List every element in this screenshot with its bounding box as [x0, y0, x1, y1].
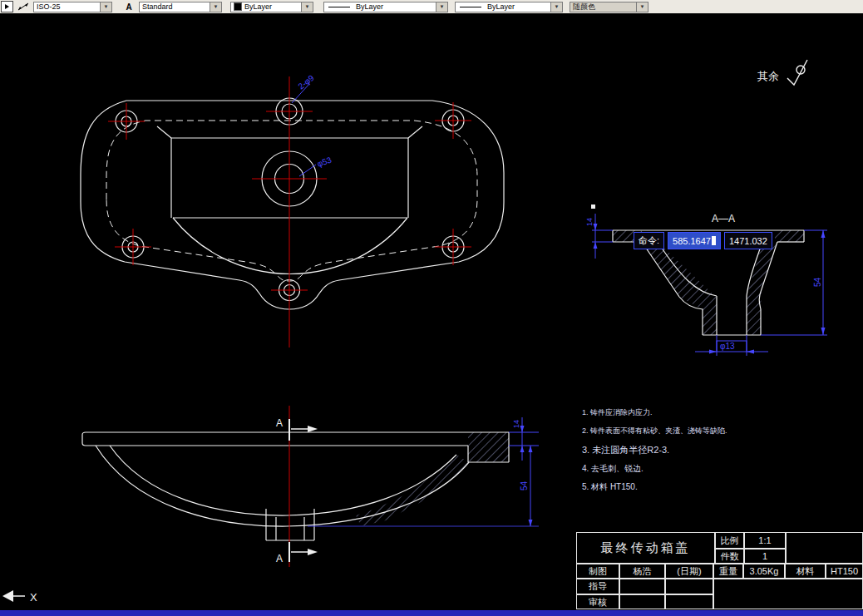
center-hole-dia-label: φ53: [316, 155, 333, 169]
checker-value-cell: [619, 594, 665, 609]
weight-label-cell: 重量: [713, 564, 743, 579]
note-line-2: 2. 铸件表面不得有粘砂、夹渣、浇铸等缺陷.: [582, 426, 727, 436]
title-block-empty-cell: [665, 594, 713, 609]
text-style-select[interactable]: Standard ▼: [139, 2, 222, 12]
aa-height-label: 54: [813, 277, 822, 287]
lineweight-value: ByLayer: [485, 2, 550, 11]
linetype-dropdown-arrow[interactable]: ▼: [436, 2, 447, 12]
dim-style-select[interactable]: ISO-25 ▼: [33, 2, 112, 12]
scale-label-cell: 比例: [715, 532, 744, 549]
title-block-empty-cell: [786, 532, 863, 564]
color-swatch-icon: [234, 2, 242, 11]
note-line-5: 5. 材料 HT150.: [582, 481, 638, 493]
text-style-dropdown-arrow[interactable]: ▼: [210, 2, 221, 12]
top-view-centerlines: [108, 76, 471, 347]
roughness-symbol-icon: [787, 60, 807, 85]
taskbar-edge: [0, 610, 863, 616]
dim-style-icon[interactable]: [15, 2, 32, 12]
coord-x-field[interactable]: 585.1647: [668, 232, 721, 249]
color-dropdown-arrow[interactable]: ▼: [301, 2, 313, 12]
qty-value-cell: 1: [744, 549, 786, 564]
properties-toolbar: ISO-25 ▼ A Standard ▼ ByLayer ▼ ByLayer …: [0, 0, 863, 14]
qty-label-cell: 件数: [715, 549, 744, 564]
grip-point[interactable]: [591, 205, 595, 209]
side-flange-thickness-label: 14: [512, 420, 520, 428]
note-line-4: 4. 去毛刺、锐边.: [582, 463, 644, 475]
dynamic-input-tooltip: 命令: 585.1647 1471.032: [634, 232, 772, 249]
text-cursor: [712, 236, 716, 245]
top-view-outline: [81, 98, 504, 309]
lineweight-sample-icon: [460, 7, 481, 7]
text-style-value: Standard: [140, 2, 210, 11]
scale-value-cell: 1:1: [744, 532, 786, 549]
color-select[interactable]: ByLayer ▼: [230, 2, 313, 12]
date-label-cell: (日期): [665, 564, 713, 579]
part-name-cell: 最终传动箱盖: [576, 532, 715, 564]
side-view-hatch: [356, 432, 509, 526]
color-value: ByLayer: [242, 2, 301, 11]
advisor-label-cell: 指导: [576, 579, 619, 594]
drawing-canvas[interactable]: 2-φ9 φ53 A—A: [0, 13, 863, 610]
surface-finish-annotation: 其余: [757, 60, 807, 85]
side-depth-label: 54: [520, 480, 529, 490]
top-view-dimensions: 2-φ9 φ53: [292, 73, 333, 176]
lineweight-dropdown-arrow[interactable]: ▼: [550, 2, 562, 12]
title-block-empty-cell: [713, 579, 863, 609]
dim-style-icon-graphic: [17, 2, 30, 12]
side-view-outline: [82, 432, 509, 540]
linetype-sample-icon: [328, 7, 350, 7]
coord-y-value: 1471.032: [729, 236, 767, 246]
plot-style-select[interactable]: 随颜色 ▼: [570, 2, 648, 12]
toolbar-flyout-button[interactable]: [1, 1, 13, 12]
linetype-select[interactable]: ByLayer ▼: [323, 2, 448, 12]
section-title-label: A—A: [712, 213, 735, 224]
ucs-icon: X: [2, 590, 37, 604]
surface-finish-label: 其余: [757, 70, 779, 82]
coord-y-field[interactable]: 1471.032: [724, 232, 772, 249]
flyout-arrow-icon: [5, 4, 9, 9]
lineweight-select[interactable]: ByLayer ▼: [455, 2, 563, 12]
text-style-icon[interactable]: A: [121, 2, 137, 12]
dim-style-value: ISO-25: [34, 2, 100, 11]
plot-style-dropdown-arrow[interactable]: ▼: [636, 2, 648, 12]
title-block-empty-cell: [665, 579, 713, 594]
section-cut-marks: A A: [276, 417, 318, 564]
dim-style-dropdown-arrow[interactable]: ▼: [100, 2, 111, 12]
drawn-value-cell: 杨浩: [619, 564, 665, 579]
material-value-cell: HT150: [826, 564, 863, 579]
command-prompt-box: 命令:: [634, 232, 664, 249]
cad-application-window: { "toolbar": { "dim_style": "ISO-25", "t…: [0, 0, 863, 616]
material-label-cell: 材料: [785, 564, 826, 579]
ucs-x-label: X: [30, 591, 37, 604]
note-line-1: 1. 铸件应消除内应力.: [582, 407, 653, 418]
command-prompt-label: 命令:: [639, 234, 659, 247]
note-line-3: 3. 未注圆角半径R2-3.: [582, 444, 669, 456]
coord-x-value: 585.1647: [673, 236, 711, 246]
section-mark-top: A: [276, 417, 283, 429]
drawing-geometry: 2-φ9 φ53 A—A: [0, 13, 863, 610]
checker-label-cell: 审核: [576, 594, 619, 609]
plot-style-value: 随颜色: [570, 2, 636, 12]
hole-callout-label: 2-φ9: [296, 73, 316, 91]
section-mark-bottom: A: [276, 553, 283, 564]
advisor-value-cell: [619, 579, 665, 594]
aa-flange-thickness-label: 14: [585, 218, 594, 226]
drawn-label-cell: 制图: [576, 564, 619, 579]
boss-hole-dia-label: φ13: [720, 342, 735, 351]
weight-value-cell: 3.05Kg: [743, 564, 785, 579]
linetype-value: ByLayer: [353, 2, 436, 11]
